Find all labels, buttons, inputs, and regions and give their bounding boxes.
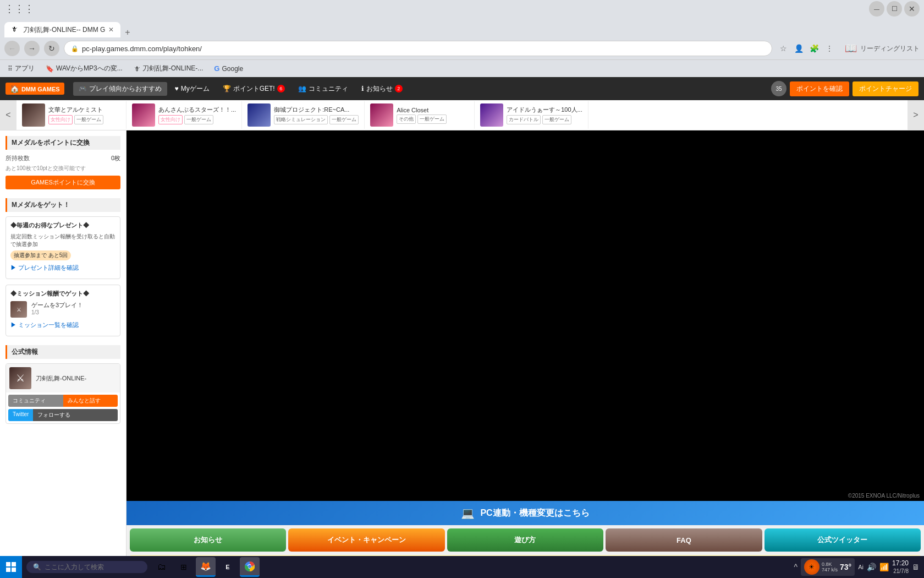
nav-play-recommend[interactable]: 🎮 プレイ傾向からおすすめ [73,82,167,96]
taskbar-search[interactable]: 🔍 [26,561,147,573]
new-tab-button[interactable]: + [120,28,134,37]
address-bar: ← → ↻ 🔒 pc-play.games.dmm.com/play/tohke… [0,37,924,59]
exchange-note: あと100枚で10ptと交換可能です [6,165,120,172]
active-tab[interactable]: 🗡 刀剣乱舞-ONLINE-- DMM G ✕ [4,22,120,37]
bookmark-google[interactable]: G Google [211,63,246,74]
profile-icon[interactable]: 👤 [792,42,805,55]
banner-item-4[interactable]: アイドルうぁーす～100人... カードバトル 一般ゲーム [475,101,588,129]
back-button[interactable]: ← [4,41,20,56]
dmm-logo: 🏠 DMM GAMES [6,83,64,95]
twitter-action[interactable]: フォローする [33,409,118,421]
pc-link-text: 💻 PC連動・機種変更はこちら [461,506,589,520]
epic-icon: E [226,564,229,570]
wifi-icon[interactable]: 📶 [879,563,889,571]
btn-twitter[interactable]: 公式ツイッター [765,528,921,552]
mission-section: ◆ミッション報酬でゲット◆ ⚔ ゲームを3プレイ！ 1/3 ▶ ミッション一覧を… [6,285,120,336]
game-card-title: 刀剣乱舞-ONLINE- [36,374,86,383]
banner-item-3[interactable]: Alice Closet その他 一般ゲーム [365,101,475,129]
taskbar-app-taskview[interactable]: ⊞ [174,557,194,577]
start-button[interactable] [0,556,22,578]
mission-link[interactable]: ▶ ミッション一覧を確認 [10,321,116,329]
medal-exchange-title: Mメダルをポイントに交換 [6,136,120,150]
banner-next-button[interactable]: > [908,100,924,130]
taskbar-app-chrome[interactable] [240,557,260,577]
banner-thumb-2 [248,103,271,127]
medal-count-row: 所持枚数 0枚 [6,154,120,165]
banner-tags-3: その他 一般ゲーム [397,114,447,124]
bookmark-wav-icon: 🔖 [46,65,54,73]
taskbar-right: ^ ☀ 0.8K747 k/s 73° Ai 🔊 📶 17:20 21/7/8 … [794,558,924,576]
point-confirm-button[interactable]: ポイントを確認 [790,81,849,96]
taskbar-system-icons: ^ ☀ 0.8K747 k/s 73° Ai 🔊 📶 [794,558,889,576]
get-medal-section: Mメダルをゲット！ ◆毎週のお得なプレゼント◆ 規定回数ミッション報酬を受け取る… [6,198,120,336]
nav-point-get[interactable]: 🏆 ポイントGET! 6 [217,82,290,96]
exchange-button[interactable]: GAMESポイントに交換 [6,176,120,189]
maximize-button[interactable]: ☐ [887,1,902,17]
search-input[interactable] [45,563,133,571]
language-icon[interactable]: Ai [858,564,864,570]
point-charge-button[interactable]: ポイントチャージ [853,81,919,96]
address-input[interactable]: 🔒 pc-play.games.dmm.com/play/tohken/ [64,41,772,56]
bookmark-tohken-icon: 🗡 [134,65,140,73]
public-info-section: 公式情報 ⚔ 刀剣乱舞-ONLINE- コミュニティ みんなと話す Twitte… [6,345,120,424]
daily-text: 規定回数ミッション報酬を受け取ると自動で抽選参加 [10,233,116,248]
volume-icon[interactable]: 🔊 [867,563,876,571]
nav-my-game[interactable]: ♥ Myゲーム [169,82,215,96]
btn-howto[interactable]: 遊び方 [447,528,603,552]
banner-item-1[interactable]: あんさんぶるスターズ！！... 女性向け 一般ゲーム [127,101,242,129]
extensions-icon[interactable]: 🧩 [807,42,821,55]
bookmark-wav[interactable]: 🔖 WAVからMP3への変... [42,63,126,74]
browser-chrome: ⋮⋮⋮ — ☐ ✕ 🗡 刀剣乱舞-ONLINE-- DMM G ✕ + ← → … [0,0,924,77]
taskbar-time[interactable]: 17:20 21/7/8 [892,559,909,576]
reading-list-icon[interactable]: 📖 [845,42,857,54]
taskbar-app-firefox[interactable]: 🦊 [196,557,216,577]
game-card-header: ⚔ 刀剣乱舞-ONLINE- [6,364,120,392]
close-button[interactable]: ✕ [904,1,920,17]
btn-notice[interactable]: お知らせ [130,528,286,552]
sidebar: Mメダルをポイントに交換 所持枚数 0枚 あと100枚で10ptと交換可能です … [0,130,127,578]
banner-prev-button[interactable]: < [0,100,16,130]
nav-notice[interactable]: ℹ お知らせ 2 [356,82,408,96]
user-avatar[interactable]: 35 [771,81,787,96]
taskbar-app-epic[interactable]: E [218,557,238,577]
banner-thumb-1 [132,103,155,127]
twitter-btn[interactable]: Twitter フォローする [8,409,118,421]
menu-icon[interactable]: ⋮ [823,42,836,55]
trophy-icon: 🏆 [223,85,231,92]
community-btn[interactable]: コミュニティ みんなと話す [8,395,118,407]
btn-event[interactable]: イベント・キャンペーン [288,528,444,552]
nav-community[interactable]: 👥 コミュニティ [293,82,354,96]
pc-link-banner[interactable]: 💻 PC連動・機種変更はこちら [127,501,924,525]
present-link[interactable]: ▶ プレゼント詳細を確認 [10,264,116,272]
medal-exchange-section: Mメダルをポイントに交換 所持枚数 0枚 あと100枚で10ptと交換可能です … [6,136,120,189]
taskbar-apps: 🗂 ⊞ 🦊 E [152,557,260,577]
banner-item-2[interactable]: 御城プロジェクト:RE~CA... 戦略シミュレーション 一般ゲーム [242,101,365,129]
svg-rect-1 [12,562,16,566]
dmm-header-right: 35 ポイントを確認 ポイントチャージ [771,81,919,96]
temperature: 73° [840,563,851,571]
game-canvas[interactable] [127,130,924,501]
tab-close-button[interactable]: ✕ [108,26,114,34]
show-desktop-button[interactable]: 🖥 [912,563,920,571]
draw-label: 抽選参加まで あと5回 [10,250,71,260]
bookmark-icon[interactable]: ☆ [777,42,790,55]
bookmark-apps[interactable]: ⠿ アプリ [4,63,38,74]
reload-button[interactable]: ↻ [44,41,59,56]
banner-thumb-3 [370,103,393,127]
game-area: ©2015 EXNOA LLC/Nitroplus 💻 PC連動・機種変更はこち… [127,130,924,578]
community-action[interactable]: みんなと話す [63,395,118,407]
banner-item-0[interactable]: 文華とアルケミスト 女性向け 一般ゲーム [16,101,127,129]
url-text: pc-play.games.dmm.com/play/tohken/ [82,45,202,53]
btn-faq[interactable]: FAQ [606,528,762,552]
heart-icon: ♥ [175,85,179,92]
bookmark-tohken[interactable]: 🗡 刀剣乱舞-ONLINE-... [130,63,207,74]
taskbar-app-explorer[interactable]: 🗂 [152,557,172,577]
banner-tags-4: カードバトル 一般ゲーム [507,115,582,124]
website-content: 🏠 DMM GAMES 🎮 プレイ傾向からおすすめ ♥ Myゲーム 🏆 ポイント… [0,77,924,578]
public-info-title: 公式情報 [6,345,120,359]
network-icon[interactable]: ^ [794,563,798,571]
community-label: コミュニティ [8,395,63,407]
weather-widget[interactable]: ☀ 0.8K747 k/s 73° [801,558,855,576]
minimize-button[interactable]: — [869,1,884,17]
forward-button[interactable]: → [24,41,40,56]
